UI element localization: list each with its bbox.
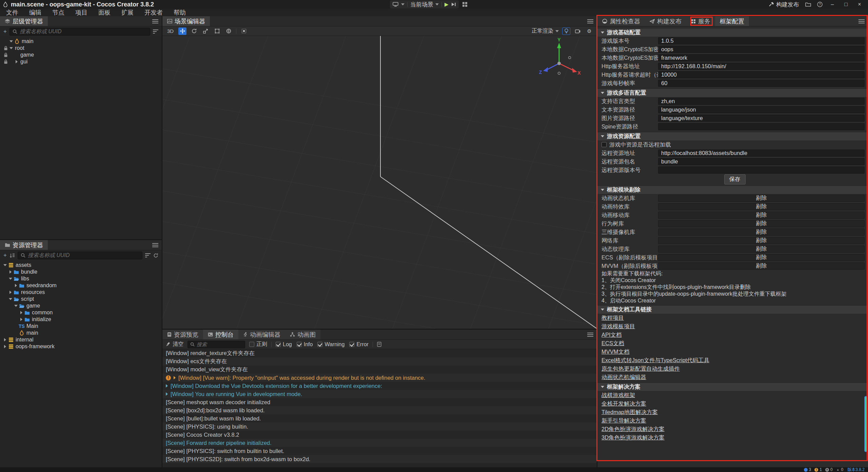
hierarchy-search-input[interactable]	[20, 28, 147, 35]
doc-link[interactable]: Tiledmap地图解决方案	[601, 409, 658, 416]
filter-log[interactable]: Log	[276, 341, 292, 348]
axis-gizmo[interactable]: Y X Z	[537, 38, 581, 82]
hierarchy-tree-row[interactable]: root	[0, 45, 162, 52]
chevron-right-icon[interactable]	[19, 318, 24, 321]
assets-tree-row[interactable]: libs	[0, 275, 162, 282]
assets-tree-row[interactable]: assets	[0, 262, 162, 269]
config-input[interactable]	[658, 158, 865, 165]
hierarchy-searchbox[interactable]	[9, 28, 150, 36]
menu-item-5[interactable]: 扩展	[117, 8, 138, 17]
maximize-button[interactable]: □	[842, 1, 850, 7]
assets-tree-row[interactable]: bundle	[0, 269, 162, 275]
console-message[interactable]: [Scene] meshopt wasm decoder initialized	[162, 398, 597, 406]
doc-link[interactable]: 3D角色扮演游戏解决方案	[601, 434, 665, 441]
assets-search-input[interactable]	[28, 252, 139, 258]
chevron-down-icon[interactable]	[9, 47, 14, 49]
remove-button[interactable]: 剔除	[756, 262, 767, 270]
gizmo-space-button[interactable]	[224, 27, 233, 35]
console-searchbox[interactable]	[188, 341, 245, 348]
chevron-right-icon[interactable]	[8, 270, 13, 274]
chevron-right-icon[interactable]	[3, 345, 7, 348]
filter-checkbox[interactable]	[349, 342, 354, 347]
filter-checkbox[interactable]	[317, 342, 322, 347]
console-message[interactable]: [Window] render_texture文件夹存在	[162, 349, 597, 357]
scene-select-dropdown[interactable]: 当前场景	[410, 1, 439, 8]
tab-inspector-0[interactable]: 属性检查器	[597, 16, 645, 26]
menu-item-2[interactable]: 节点	[48, 8, 68, 17]
section-header[interactable]: 游戏多语言配置	[597, 88, 868, 97]
menu-item-4[interactable]: 面板	[94, 8, 115, 17]
chevron-right-icon[interactable]	[8, 291, 13, 294]
status-warning[interactable]: !1	[814, 467, 822, 472]
sort-icon[interactable]	[9, 253, 15, 258]
scene-viewport[interactable]: Y X Z	[162, 36, 597, 329]
refresh-icon[interactable]	[153, 253, 158, 258]
config-input[interactable]	[658, 37, 865, 44]
tab-console-1[interactable]: 控制台	[203, 330, 238, 339]
config-input[interactable]	[658, 98, 865, 105]
console-message[interactable]: [Window] model_view文件夹存在	[162, 366, 597, 374]
log-file-icon[interactable]	[377, 342, 381, 347]
panel-menu-icon[interactable]	[859, 19, 865, 23]
remove-button[interactable]: 剔除	[756, 203, 767, 210]
folder-icon[interactable]	[805, 2, 811, 7]
camera-button[interactable]	[574, 27, 582, 35]
panel-menu-icon[interactable]	[152, 243, 158, 247]
expand-icon[interactable]	[166, 392, 168, 396]
doc-link[interactable]: 游戏模板项目	[601, 323, 635, 330]
rotate-tool-button[interactable]	[190, 27, 198, 35]
doc-link[interactable]: 全栈开发解决方案	[601, 400, 646, 408]
filter-checkbox[interactable]	[297, 342, 302, 347]
remove-button[interactable]: 剔除	[756, 237, 767, 244]
tab-assets[interactable]: 资源管理器	[0, 240, 48, 250]
remove-button[interactable]: 剔除	[756, 220, 767, 227]
config-input[interactable]	[658, 46, 865, 53]
panel-menu-icon[interactable]	[587, 333, 593, 337]
hierarchy-tree-row[interactable]: game	[0, 52, 162, 58]
mode-3d-button[interactable]: 3D	[166, 27, 175, 35]
status-notice[interactable]: ▲0	[836, 467, 844, 472]
menu-item-0[interactable]: 文件	[2, 8, 22, 17]
play-button[interactable]: ▶	[445, 1, 449, 7]
remote-load-checkbox[interactable]	[601, 142, 607, 147]
save-button[interactable]: 保存	[724, 174, 746, 184]
config-checkbox-row[interactable]: 游戏中资源是否远程加载	[597, 140, 868, 149]
expand-icon[interactable]	[166, 384, 168, 388]
assets-tree-row[interactable]: game	[0, 302, 162, 309]
remove-button[interactable]: 剔除	[756, 245, 767, 253]
doc-link[interactable]: 战棋游戏框架	[601, 392, 635, 399]
assets-tree-row[interactable]: main	[0, 330, 162, 336]
tab-framework-config[interactable]: 框架配置	[715, 16, 749, 26]
hierarchy-tree-row[interactable]: main	[0, 38, 162, 45]
add-asset-button[interactable]: +	[3, 252, 7, 259]
chevron-down-icon[interactable]	[14, 305, 18, 307]
assets-tree-row[interactable]: internal	[0, 336, 162, 343]
tab-hierarchy[interactable]: 层级管理器	[0, 16, 48, 26]
section-header[interactable]: 游戏资源配置	[597, 132, 868, 140]
doc-link[interactable]: 原生包热更新配置自动生成插件	[601, 365, 680, 373]
move-tool-button[interactable]	[178, 27, 186, 35]
config-input[interactable]	[658, 123, 865, 130]
regex-toggle[interactable]: 正则	[249, 341, 267, 348]
config-input[interactable]	[658, 115, 865, 122]
regex-checkbox[interactable]	[249, 342, 254, 347]
build-publish-button[interactable]: 构建发布	[769, 1, 799, 8]
close-button[interactable]: ×	[856, 1, 863, 7]
doc-link[interactable]: 动画状态机编辑器	[601, 374, 646, 381]
doc-link[interactable]: API文档	[601, 331, 622, 339]
menu-item-3[interactable]: 项目	[71, 8, 92, 17]
console-message[interactable]: ![Window] [Vue warn]: Property "onInput"…	[162, 374, 597, 382]
console-message[interactable]: [Scene] [bullet]:bullet wasm lib loaded.	[162, 414, 597, 422]
chevron-down-icon[interactable]	[9, 40, 14, 42]
chevron-down-icon[interactable]	[3, 264, 7, 266]
doc-link[interactable]: MVVM文档	[601, 348, 630, 356]
filter-checkbox[interactable]	[276, 342, 281, 347]
minimize-button[interactable]: –	[829, 1, 836, 7]
config-input[interactable]	[658, 71, 865, 78]
platform-caret-icon[interactable]	[401, 3, 405, 5]
hierarchy-tree-row[interactable]: gui	[0, 58, 162, 65]
menu-item-7[interactable]: 帮助	[170, 8, 190, 17]
console-message[interactable]: [Scene] Forward render pipeline initiali…	[162, 439, 597, 447]
chevron-right-icon[interactable]	[19, 311, 24, 314]
status-info[interactable]: 3	[804, 467, 811, 472]
